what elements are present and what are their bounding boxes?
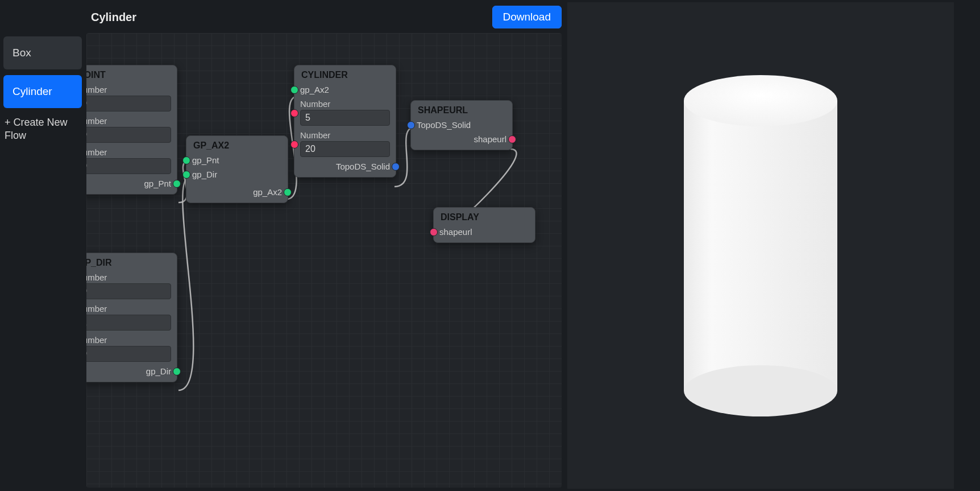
port-in[interactable] [290, 141, 298, 148]
main-column: Cylinder Download POINT Number Number Nu… [85, 0, 565, 491]
create-new-flow-link[interactable]: + Create New Flow [3, 114, 82, 145]
download-button[interactable]: Download [492, 6, 562, 28]
svg-rect-0 [684, 101, 837, 391]
port-label: shapeurl [439, 227, 472, 237]
node-title: POINT [86, 65, 177, 82]
port-label: TopoDS_Solid [336, 162, 390, 171]
dir-y-input[interactable] [86, 315, 171, 331]
node-title: CYLINDER [294, 65, 396, 82]
node-title: SHAPEURL [411, 101, 512, 118]
node-cylinder[interactable]: CYLINDER gp_Ax2 Number Number TopoDS_Sol… [294, 65, 396, 178]
field-label: Number [86, 146, 171, 158]
dir-z-input[interactable] [86, 346, 171, 362]
port-in[interactable] [182, 171, 190, 179]
port-out[interactable] [392, 163, 400, 171]
field-label: Number [86, 84, 171, 96]
node-display[interactable]: DISPLAY shapeurl [433, 207, 535, 243]
field-label: Number [300, 98, 390, 110]
port-label: shapeurl [474, 134, 506, 144]
port-label: gp_Pnt [144, 179, 171, 188]
node-gp-ax2[interactable]: GP_AX2 gp_Pnt gp_Dir gp_Ax2 [186, 135, 288, 203]
port-label: TopoDS_Solid [417, 120, 471, 130]
cylinder-render [661, 69, 860, 422]
port-label: gp_Pnt [192, 155, 219, 165]
field-label: Number [86, 334, 171, 346]
port-label: gp_Dir [146, 366, 171, 376]
sidebar-item-cylinder[interactable]: Cylinder [3, 75, 82, 108]
page-title: Cylinder [91, 11, 136, 24]
port-label: gp_Ax2 [300, 85, 329, 94]
node-gp-dir[interactable]: GP_DIR Number Number Number gp_Dir [86, 253, 177, 382]
node-canvas[interactable]: POINT Number Number Number gp_Pnt GP_DIR [86, 33, 562, 488]
port-out[interactable] [508, 135, 516, 143]
port-out[interactable] [173, 180, 181, 188]
port-in[interactable] [290, 86, 298, 94]
sidebar-item-box[interactable]: Box [3, 36, 82, 69]
cyl-height-input[interactable] [300, 141, 390, 157]
field-label: Number [86, 115, 171, 127]
dir-x-input[interactable] [86, 283, 171, 299]
port-in[interactable] [182, 156, 190, 164]
svg-point-2 [684, 75, 837, 126]
point-y-input[interactable] [86, 127, 171, 143]
port-label: gp_Dir [192, 170, 217, 179]
port-out[interactable] [284, 188, 292, 196]
port-in[interactable] [430, 228, 438, 236]
port-in[interactable] [290, 109, 298, 117]
field-label: Number [300, 129, 390, 141]
field-label: Number [86, 271, 171, 283]
sidebar: Box Cylinder + Create New Flow [0, 0, 85, 491]
node-title: DISPLAY [434, 208, 535, 225]
node-shapeurl[interactable]: SHAPEURL TopoDS_Solid shapeurl [410, 100, 513, 150]
point-x-input[interactable] [86, 96, 171, 112]
port-out[interactable] [173, 368, 181, 376]
svg-point-1 [684, 365, 837, 416]
point-z-input[interactable] [86, 158, 171, 174]
cyl-radius-input[interactable] [300, 110, 390, 126]
node-title: GP_DIR [86, 253, 177, 270]
viewport-3d[interactable] [567, 2, 954, 489]
port-in[interactable] [407, 121, 415, 129]
header: Cylinder Download [85, 0, 565, 33]
node-point[interactable]: POINT Number Number Number gp_Pnt [86, 65, 177, 195]
port-label: gp_Ax2 [253, 187, 282, 197]
node-title: GP_AX2 [186, 136, 288, 153]
field-label: Number [86, 303, 171, 315]
